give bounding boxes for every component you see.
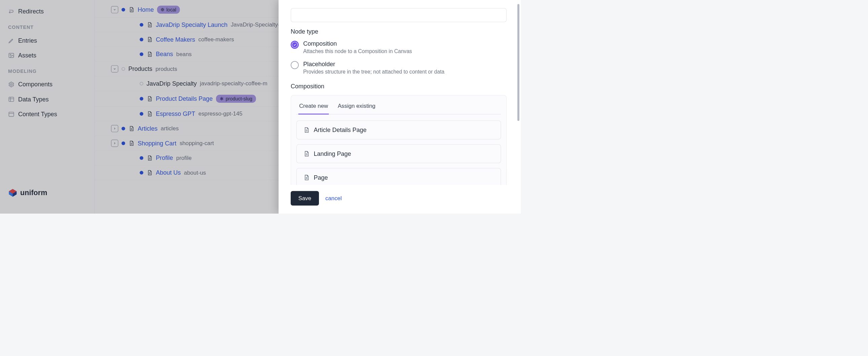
chevron-down-icon[interactable] [111, 6, 118, 13]
chevron-right-icon[interactable] [111, 125, 118, 132]
tree-node-label: Product Details Page [156, 95, 213, 102]
composition-tabs: Create new Assign existing [297, 98, 501, 114]
status-dot [140, 52, 143, 56]
svg-rect-6 [9, 112, 13, 116]
tree-node-slug: products [155, 66, 177, 72]
option-label: Page [314, 174, 328, 181]
sidebar-item-components[interactable]: Components [0, 77, 95, 92]
page-icon [303, 127, 310, 133]
node-type-radio-group: Composition Attaches this node to a Comp… [291, 40, 507, 75]
radio-desc: Provides structure in the tree; not atta… [303, 69, 444, 75]
radio-indicator-selected [291, 41, 299, 49]
sidebar-section-modeling: MODELING [0, 63, 95, 77]
composition-type-option[interactable]: Landing Page [297, 144, 501, 163]
tree-node-slug: coffee-makers [198, 36, 234, 43]
sidebar-label: Content Types [18, 111, 57, 117]
sidebar-item-data-types[interactable]: Data Types [0, 92, 95, 107]
page-icon [147, 51, 153, 57]
page-icon [128, 7, 134, 13]
status-dot [121, 127, 125, 130]
status-dot [121, 141, 125, 145]
status-dot [121, 67, 125, 71]
sidebar-label: Entries [18, 37, 37, 44]
status-dot [140, 97, 143, 101]
option-label: Landing Page [314, 150, 351, 157]
tree-node-slug: articles [161, 125, 179, 132]
composition-type-option[interactable]: Article Details Page [297, 120, 501, 139]
redirect-icon [8, 8, 14, 15]
page-icon [128, 140, 134, 146]
chevron-down-icon[interactable] [111, 65, 118, 73]
brand-name: uniform [20, 189, 47, 197]
tree-node-slug: espresso-gpt-145 [198, 110, 243, 117]
tree-node-slug: profile [176, 155, 192, 161]
pencil-icon [8, 37, 14, 44]
sidebar-item-redirects[interactable]: Redirects [0, 4, 95, 19]
page-icon [147, 96, 153, 102]
tree-node-slug: beans [176, 51, 192, 58]
svg-point-2 [10, 84, 12, 85]
name-input[interactable] [291, 8, 507, 22]
tree-node-label: Beans [156, 51, 173, 58]
tree-node-label: Articles [137, 125, 157, 132]
status-dot [140, 156, 143, 160]
page-icon [147, 37, 153, 43]
status-dot [140, 112, 143, 116]
scrollbar-thumb[interactable] [518, 4, 520, 121]
tree-node-label: Products [128, 66, 152, 72]
gear-icon [8, 81, 14, 88]
tree-node-label: About Us [156, 169, 181, 176]
svg-rect-3 [9, 97, 13, 101]
tree-node-slug: javadrip-specialty-coffee-m [200, 80, 267, 87]
status-dot [121, 8, 125, 11]
check-icon [292, 42, 298, 47]
node-type-label: Node type [291, 28, 507, 35]
composition-type-option[interactable]: Page [297, 168, 501, 185]
tree-node-slug: about-us [184, 170, 206, 176]
radio-composition[interactable]: Composition Attaches this node to a Comp… [291, 40, 507, 55]
status-dot [140, 82, 143, 86]
tree-node-label: Home [137, 6, 154, 13]
page-icon [147, 22, 153, 28]
node-editor-panel: Node type Composition Attaches this node… [279, 0, 521, 214]
tab-assign-existing[interactable]: Assign existing [337, 98, 376, 114]
sidebar-label: Components [18, 81, 53, 88]
tree-node-label: JavaDrip Specialty Launch [156, 22, 227, 28]
radio-title: Composition [303, 40, 412, 47]
tree-node-label: Shopping Cart [137, 140, 176, 146]
sidebar-section-content: CONTENT [0, 19, 95, 33]
status-dot [140, 171, 143, 175]
svg-point-1 [10, 55, 11, 56]
page-icon [147, 155, 153, 161]
uniform-logo-icon [8, 188, 18, 198]
sidebar-item-assets[interactable]: Assets [0, 48, 95, 63]
sidebar-item-entries[interactable]: Entries [0, 33, 95, 48]
sidebar-label: Redirects [18, 8, 44, 15]
save-button[interactable]: Save [291, 191, 319, 206]
radio-placeholder[interactable]: Placeholder Provides structure in the tr… [291, 61, 507, 75]
tree-node-slug: shopping-cart [180, 140, 214, 146]
page-icon [303, 150, 310, 157]
status-dot [140, 23, 143, 27]
dynamic-slug-pill: ✱product-slug [216, 95, 256, 103]
status-dot [140, 38, 143, 41]
chevron-right-icon[interactable] [111, 140, 118, 147]
composition-section: Create new Assign existing Article Detai… [291, 95, 507, 185]
sidebar-label: Data Types [18, 96, 49, 103]
composition-type-list: Article Details PageLanding PagePage [297, 120, 501, 185]
radio-title: Placeholder [303, 61, 444, 68]
brand-footer: uniform [0, 182, 95, 210]
tree-node-label: Espresso GPT [156, 110, 195, 117]
image-icon [8, 52, 14, 59]
tab-create-new[interactable]: Create new [299, 98, 329, 114]
option-label: Article Details Page [314, 127, 366, 133]
sidebar: Redirects CONTENT Entries Assets MODELIN… [0, 0, 95, 214]
page-icon [147, 170, 153, 176]
locale-pill: local [157, 6, 180, 14]
tree-node-slug: JavaDrip-Specialty- [231, 22, 280, 28]
sidebar-item-content-types[interactable]: Content Types [0, 107, 95, 121]
page-icon [303, 174, 310, 181]
composition-section-label: Composition [291, 83, 507, 90]
sidebar-label: Assets [18, 52, 36, 59]
cancel-button[interactable]: cancel [326, 195, 342, 202]
